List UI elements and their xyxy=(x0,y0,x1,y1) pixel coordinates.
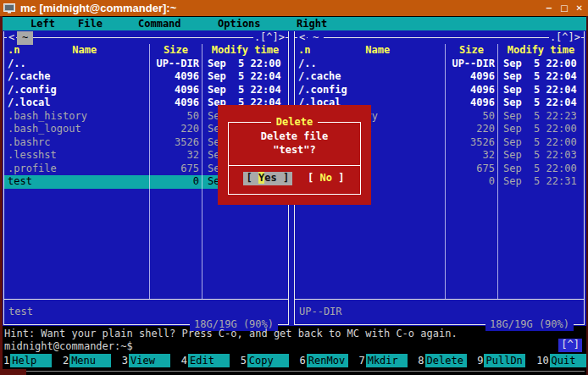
window-title: mc [midnight@commander]:~ xyxy=(20,0,176,16)
file-row[interactable]: /..UP--DIRSep 5 22:00 xyxy=(4,58,288,71)
file-size: 4096 xyxy=(149,70,202,84)
file-size: 0 xyxy=(445,175,497,189)
minimize-icon[interactable]: − xyxy=(546,2,552,15)
shell-prompt[interactable]: midnight@commander:~$ xyxy=(4,340,133,354)
menu-file[interactable]: File xyxy=(78,17,103,30)
file-size: 4096 xyxy=(445,97,497,110)
scroll-up-indicator[interactable]: [^] xyxy=(558,339,582,352)
file-time: Sep 5 22:00 xyxy=(497,58,584,71)
sort-name-header[interactable]: .nName xyxy=(4,44,149,58)
disk-usage: 18G/19G (90%) xyxy=(485,318,574,332)
file-size: 4096 xyxy=(149,84,202,97)
fnkey-number: 5 xyxy=(240,354,247,367)
file-time: Sep 5 22:00 xyxy=(497,123,584,136)
file-time: Sep 5 22:00 xyxy=(497,136,584,150)
sort-size-header[interactable]: Size xyxy=(149,44,202,58)
file-row[interactable]: /.cache4096Sep 5 22:04 xyxy=(295,70,584,84)
file-size: 32 xyxy=(445,149,497,163)
fnkey-4[interactable]: 4Edit xyxy=(180,354,240,367)
file-row[interactable]: /..UP--DIRSep 5 22:00 xyxy=(295,58,584,71)
yes-button[interactable]: [ Yes ] xyxy=(243,172,293,185)
file-name: .lesshst xyxy=(4,149,149,163)
menu-options[interactable]: Options xyxy=(218,17,261,30)
sort-size-header[interactable]: Size xyxy=(445,44,497,58)
file-size: 3526 xyxy=(445,136,497,150)
panel-top-border xyxy=(4,37,288,38)
file-row[interactable]: /.config4096Sep 5 22:04 xyxy=(295,84,584,97)
menu-left[interactable]: Left xyxy=(31,17,55,30)
filler-cell xyxy=(295,189,445,300)
close-icon[interactable]: ✕ xyxy=(576,2,583,15)
file-size: 0 xyxy=(149,175,202,189)
fnkey-number: 6 xyxy=(299,354,307,367)
file-size: 220 xyxy=(149,123,202,136)
fnkey-2[interactable]: 2Menu xyxy=(62,354,121,367)
filler-cell xyxy=(4,189,149,300)
file-size: UP--DIR xyxy=(149,58,202,71)
sort-time-header[interactable]: Modify time xyxy=(202,44,288,58)
dialog-message-line2: "test"? xyxy=(218,144,371,157)
fnkey-label: Delete xyxy=(425,354,467,367)
fnkey-label: RenMov xyxy=(307,354,348,367)
filler-cell xyxy=(202,189,288,300)
fnkey-number: 10 xyxy=(535,354,549,367)
no-button[interactable]: [ No ] xyxy=(306,172,346,185)
file-row[interactable]: /.cache4096Sep 5 22:04 xyxy=(4,70,288,84)
file-size: 3526 xyxy=(149,136,202,150)
fnkey-8[interactable]: 8Delete xyxy=(417,354,476,367)
menu-command[interactable]: Command xyxy=(138,17,181,30)
file-size: 32 xyxy=(149,149,202,163)
filler-cell xyxy=(149,189,202,300)
file-time: Sep 5 22:04 xyxy=(497,84,584,97)
titlebar: mc [midnight@commander]:~ − □ ✕ xyxy=(0,0,588,16)
file-size: 4096 xyxy=(149,97,202,110)
fnkey-5[interactable]: 5Copy xyxy=(240,354,299,367)
fnkey-label: View xyxy=(129,354,170,367)
file-size: 220 xyxy=(445,123,497,136)
file-name: /.local xyxy=(4,97,149,110)
sort-name-header[interactable]: .nName xyxy=(295,44,445,58)
fnkey-3[interactable]: 3View xyxy=(121,354,180,367)
fnkey-number: 7 xyxy=(358,354,365,367)
current-directory[interactable]: ~ xyxy=(308,31,324,45)
fnkey-7[interactable]: 7Mkdir xyxy=(358,354,417,367)
menu-right[interactable]: Right xyxy=(297,17,327,30)
file-row[interactable]: /.config4096Sep 5 22:04 xyxy=(4,84,288,97)
history-back-icon[interactable]: < xyxy=(7,31,16,45)
window-resize-corner[interactable] xyxy=(3,369,26,375)
file-name: test xyxy=(4,175,149,189)
file-name: .bash_logout xyxy=(4,123,149,136)
fnkey-label: Quit xyxy=(550,354,586,367)
window-bottom-edge xyxy=(26,371,585,372)
file-time: Sep 5 22:23 xyxy=(497,110,584,124)
fnkey-label: Mkdir xyxy=(366,354,408,367)
fnkey-9[interactable]: 9PullDn xyxy=(476,354,535,367)
file-time: Sep 5 22:00 xyxy=(202,58,288,71)
current-directory[interactable]: ~ xyxy=(17,31,33,45)
fnkey-label: PullDn xyxy=(484,354,525,367)
fnkey-number: 3 xyxy=(121,354,129,367)
panel-options-icon[interactable]: .[^]> xyxy=(253,31,286,45)
fnkey-number: 2 xyxy=(62,354,69,367)
file-size: 4096 xyxy=(445,84,497,97)
fnkey-label: Menu xyxy=(69,354,111,367)
history-back-icon[interactable]: < xyxy=(297,31,307,45)
file-name: .profile xyxy=(4,163,149,176)
mini-status: UP--DIR xyxy=(299,306,342,319)
empty-rows xyxy=(295,189,584,300)
fnkey-6[interactable]: 6RenMov xyxy=(299,354,358,367)
panel-options-icon[interactable]: .[^]> xyxy=(549,31,581,45)
file-size: 675 xyxy=(445,163,497,176)
file-time: Sep 5 22:03 xyxy=(497,149,584,163)
maximize-icon[interactable]: □ xyxy=(560,2,568,15)
file-name: /.. xyxy=(4,58,149,71)
file-time: Sep 5 22:04 xyxy=(202,70,288,84)
column-headers: .nName Size Modify time xyxy=(295,44,584,58)
fnkey-1[interactable]: 1Help xyxy=(3,354,62,367)
fnkey-10[interactable]: 10Quit xyxy=(535,354,586,367)
empty-rows xyxy=(4,189,288,300)
file-size: 675 xyxy=(149,163,202,176)
file-name: /.cache xyxy=(295,70,445,84)
sort-time-header[interactable]: Modify time xyxy=(497,44,584,58)
file-name: /.cache xyxy=(4,70,149,84)
